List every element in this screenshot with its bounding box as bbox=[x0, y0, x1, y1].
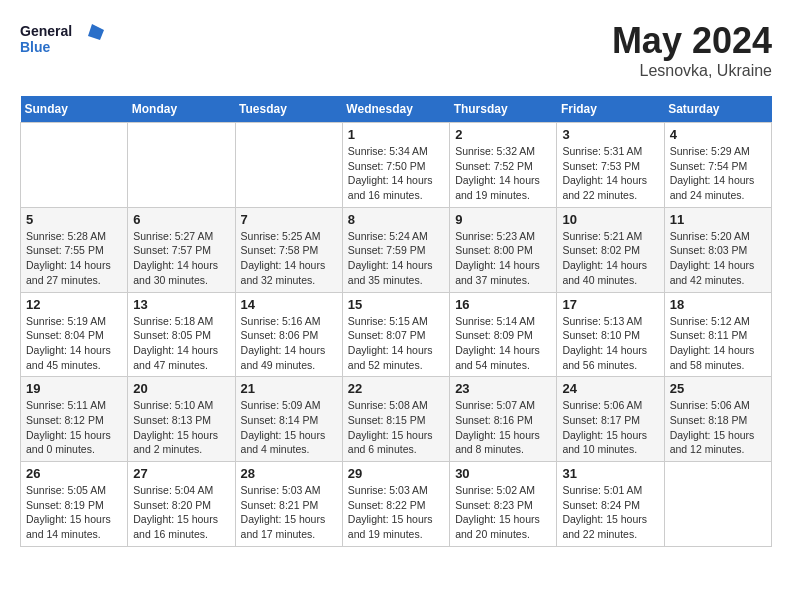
calendar-cell: 26Sunrise: 5:05 AMSunset: 8:19 PMDayligh… bbox=[21, 462, 128, 547]
month-title: May 2024 bbox=[612, 20, 772, 62]
calendar-cell: 28Sunrise: 5:03 AMSunset: 8:21 PMDayligh… bbox=[235, 462, 342, 547]
calendar-cell: 1Sunrise: 5:34 AMSunset: 7:50 PMDaylight… bbox=[342, 123, 449, 208]
calendar-cell: 4Sunrise: 5:29 AMSunset: 7:54 PMDaylight… bbox=[664, 123, 771, 208]
day-number: 4 bbox=[670, 127, 766, 142]
day-number: 28 bbox=[241, 466, 337, 481]
day-number: 19 bbox=[26, 381, 122, 396]
weekday-header: Wednesday bbox=[342, 96, 449, 123]
calendar-cell: 16Sunrise: 5:14 AMSunset: 8:09 PMDayligh… bbox=[450, 292, 557, 377]
day-info: Sunrise: 5:34 AMSunset: 7:50 PMDaylight:… bbox=[348, 144, 444, 203]
day-number: 26 bbox=[26, 466, 122, 481]
day-number: 18 bbox=[670, 297, 766, 312]
day-info: Sunrise: 5:24 AMSunset: 7:59 PMDaylight:… bbox=[348, 229, 444, 288]
calendar-cell: 8Sunrise: 5:24 AMSunset: 7:59 PMDaylight… bbox=[342, 207, 449, 292]
svg-text:General: General bbox=[20, 23, 72, 39]
calendar-cell: 20Sunrise: 5:10 AMSunset: 8:13 PMDayligh… bbox=[128, 377, 235, 462]
day-info: Sunrise: 5:32 AMSunset: 7:52 PMDaylight:… bbox=[455, 144, 551, 203]
logo: General Blue bbox=[20, 20, 110, 62]
logo-svg: General Blue bbox=[20, 20, 110, 62]
day-info: Sunrise: 5:05 AMSunset: 8:19 PMDaylight:… bbox=[26, 483, 122, 542]
calendar-cell: 6Sunrise: 5:27 AMSunset: 7:57 PMDaylight… bbox=[128, 207, 235, 292]
calendar-week-row: 19Sunrise: 5:11 AMSunset: 8:12 PMDayligh… bbox=[21, 377, 772, 462]
calendar-cell: 15Sunrise: 5:15 AMSunset: 8:07 PMDayligh… bbox=[342, 292, 449, 377]
day-info: Sunrise: 5:10 AMSunset: 8:13 PMDaylight:… bbox=[133, 398, 229, 457]
weekday-header: Thursday bbox=[450, 96, 557, 123]
calendar-cell: 25Sunrise: 5:06 AMSunset: 8:18 PMDayligh… bbox=[664, 377, 771, 462]
day-number: 29 bbox=[348, 466, 444, 481]
svg-marker-2 bbox=[88, 24, 104, 40]
day-number: 6 bbox=[133, 212, 229, 227]
day-info: Sunrise: 5:04 AMSunset: 8:20 PMDaylight:… bbox=[133, 483, 229, 542]
calendar-cell bbox=[21, 123, 128, 208]
day-number: 21 bbox=[241, 381, 337, 396]
day-number: 25 bbox=[670, 381, 766, 396]
title-block: May 2024 Lesnovka, Ukraine bbox=[612, 20, 772, 80]
day-info: Sunrise: 5:06 AMSunset: 8:18 PMDaylight:… bbox=[670, 398, 766, 457]
day-number: 8 bbox=[348, 212, 444, 227]
day-number: 10 bbox=[562, 212, 658, 227]
day-info: Sunrise: 5:15 AMSunset: 8:07 PMDaylight:… bbox=[348, 314, 444, 373]
day-number: 14 bbox=[241, 297, 337, 312]
day-info: Sunrise: 5:27 AMSunset: 7:57 PMDaylight:… bbox=[133, 229, 229, 288]
day-info: Sunrise: 5:02 AMSunset: 8:23 PMDaylight:… bbox=[455, 483, 551, 542]
day-info: Sunrise: 5:03 AMSunset: 8:22 PMDaylight:… bbox=[348, 483, 444, 542]
calendar-week-row: 12Sunrise: 5:19 AMSunset: 8:04 PMDayligh… bbox=[21, 292, 772, 377]
day-info: Sunrise: 5:03 AMSunset: 8:21 PMDaylight:… bbox=[241, 483, 337, 542]
calendar-cell bbox=[235, 123, 342, 208]
weekday-header-row: SundayMondayTuesdayWednesdayThursdayFrid… bbox=[21, 96, 772, 123]
day-number: 5 bbox=[26, 212, 122, 227]
calendar-cell: 31Sunrise: 5:01 AMSunset: 8:24 PMDayligh… bbox=[557, 462, 664, 547]
day-number: 27 bbox=[133, 466, 229, 481]
calendar-cell: 3Sunrise: 5:31 AMSunset: 7:53 PMDaylight… bbox=[557, 123, 664, 208]
calendar-week-row: 1Sunrise: 5:34 AMSunset: 7:50 PMDaylight… bbox=[21, 123, 772, 208]
day-number: 16 bbox=[455, 297, 551, 312]
day-info: Sunrise: 5:16 AMSunset: 8:06 PMDaylight:… bbox=[241, 314, 337, 373]
weekday-header: Friday bbox=[557, 96, 664, 123]
calendar-cell: 12Sunrise: 5:19 AMSunset: 8:04 PMDayligh… bbox=[21, 292, 128, 377]
day-number: 31 bbox=[562, 466, 658, 481]
day-info: Sunrise: 5:01 AMSunset: 8:24 PMDaylight:… bbox=[562, 483, 658, 542]
day-info: Sunrise: 5:21 AMSunset: 8:02 PMDaylight:… bbox=[562, 229, 658, 288]
day-number: 1 bbox=[348, 127, 444, 142]
calendar-cell: 2Sunrise: 5:32 AMSunset: 7:52 PMDaylight… bbox=[450, 123, 557, 208]
day-info: Sunrise: 5:20 AMSunset: 8:03 PMDaylight:… bbox=[670, 229, 766, 288]
day-info: Sunrise: 5:25 AMSunset: 7:58 PMDaylight:… bbox=[241, 229, 337, 288]
calendar-cell: 18Sunrise: 5:12 AMSunset: 8:11 PMDayligh… bbox=[664, 292, 771, 377]
day-info: Sunrise: 5:28 AMSunset: 7:55 PMDaylight:… bbox=[26, 229, 122, 288]
day-number: 2 bbox=[455, 127, 551, 142]
location: Lesnovka, Ukraine bbox=[612, 62, 772, 80]
day-number: 13 bbox=[133, 297, 229, 312]
calendar-cell: 9Sunrise: 5:23 AMSunset: 8:00 PMDaylight… bbox=[450, 207, 557, 292]
calendar-cell: 14Sunrise: 5:16 AMSunset: 8:06 PMDayligh… bbox=[235, 292, 342, 377]
day-number: 22 bbox=[348, 381, 444, 396]
day-number: 11 bbox=[670, 212, 766, 227]
day-number: 30 bbox=[455, 466, 551, 481]
weekday-header: Tuesday bbox=[235, 96, 342, 123]
day-info: Sunrise: 5:12 AMSunset: 8:11 PMDaylight:… bbox=[670, 314, 766, 373]
weekday-header: Sunday bbox=[21, 96, 128, 123]
day-number: 24 bbox=[562, 381, 658, 396]
day-info: Sunrise: 5:19 AMSunset: 8:04 PMDaylight:… bbox=[26, 314, 122, 373]
day-number: 7 bbox=[241, 212, 337, 227]
day-info: Sunrise: 5:18 AMSunset: 8:05 PMDaylight:… bbox=[133, 314, 229, 373]
day-info: Sunrise: 5:14 AMSunset: 8:09 PMDaylight:… bbox=[455, 314, 551, 373]
calendar-cell: 7Sunrise: 5:25 AMSunset: 7:58 PMDaylight… bbox=[235, 207, 342, 292]
calendar-cell: 13Sunrise: 5:18 AMSunset: 8:05 PMDayligh… bbox=[128, 292, 235, 377]
calendar-cell bbox=[664, 462, 771, 547]
calendar-cell: 27Sunrise: 5:04 AMSunset: 8:20 PMDayligh… bbox=[128, 462, 235, 547]
day-number: 3 bbox=[562, 127, 658, 142]
page-header: General Blue May 2024 Lesnovka, Ukraine bbox=[20, 20, 772, 80]
calendar-cell: 5Sunrise: 5:28 AMSunset: 7:55 PMDaylight… bbox=[21, 207, 128, 292]
calendar-cell: 17Sunrise: 5:13 AMSunset: 8:10 PMDayligh… bbox=[557, 292, 664, 377]
svg-text:Blue: Blue bbox=[20, 39, 51, 55]
day-info: Sunrise: 5:08 AMSunset: 8:15 PMDaylight:… bbox=[348, 398, 444, 457]
day-info: Sunrise: 5:06 AMSunset: 8:17 PMDaylight:… bbox=[562, 398, 658, 457]
calendar-table: SundayMondayTuesdayWednesdayThursdayFrid… bbox=[20, 96, 772, 547]
calendar-cell: 21Sunrise: 5:09 AMSunset: 8:14 PMDayligh… bbox=[235, 377, 342, 462]
day-info: Sunrise: 5:29 AMSunset: 7:54 PMDaylight:… bbox=[670, 144, 766, 203]
day-number: 20 bbox=[133, 381, 229, 396]
calendar-cell: 30Sunrise: 5:02 AMSunset: 8:23 PMDayligh… bbox=[450, 462, 557, 547]
day-info: Sunrise: 5:31 AMSunset: 7:53 PMDaylight:… bbox=[562, 144, 658, 203]
calendar-cell bbox=[128, 123, 235, 208]
day-info: Sunrise: 5:23 AMSunset: 8:00 PMDaylight:… bbox=[455, 229, 551, 288]
